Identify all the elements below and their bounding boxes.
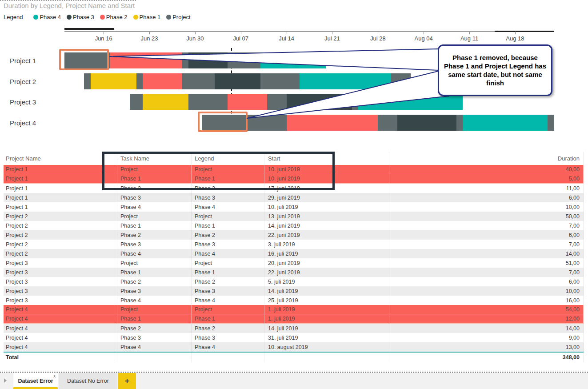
gantt-bar-phase-3[interactable] [188,52,228,68]
gantt-bar-phase-3[interactable] [215,73,260,89]
table-row[interactable]: Project 3Phase 1Phase 122. juni 20197,00 [4,268,584,277]
axis-tick-label: Jun 16 [95,35,112,42]
table-cell: Project 1 [4,165,117,174]
axis-tick-label: Jun 30 [186,35,204,42]
annotation-highlight-box-project4 [198,112,248,132]
table-cell: Phase 1 [191,314,264,323]
table-row-highlighted[interactable]: Project 4Phase 1Phase 11. juli 201912,00 [4,314,584,324]
add-page-button[interactable]: + [118,373,136,389]
table-cell: Project [117,212,191,221]
table-row[interactable]: Project 3Phase 4Phase 425. juli 201916,0… [4,296,584,305]
table-cell: Project 1 [4,202,117,212]
table-row[interactable]: Project 4Phase 2Phase 214. juli 201914,0… [4,324,584,333]
table-row[interactable]: Project 1Phase 3Phase 329. juni 20196,00 [4,193,584,202]
table-row[interactable]: Project 2Phase 4Phase 416. juli 201914,0… [4,249,584,258]
axis-tick-label: Jun 23 [140,35,158,42]
table-cell: Project 3 [4,286,117,296]
gantt-bar-phase-4[interactable] [463,115,548,131]
table-cell: 10. august 2019 [264,342,389,352]
gantt-bar-phase-4[interactable] [260,52,326,68]
table-column-header[interactable]: Duration [389,152,584,165]
close-icon[interactable]: x [53,374,56,378]
gantt-bar-phase-4[interactable] [300,73,391,89]
table-cell: 14. juli 2019 [264,286,389,296]
table-cell: Phase 3 [191,286,264,296]
table-row[interactable]: Project 4Phase 4Phase 410. august 201913… [4,342,584,352]
tab-dataset-no-error[interactable]: Dataset No Error [59,373,117,389]
table-total-cell [264,353,389,362]
table-row[interactable]: Project 2Phase 3Phase 33. juli 20197,00 [4,240,584,249]
gantt-scrollbar-thumb-right[interactable] [495,31,554,32]
table-cell: 14,00 [389,249,584,258]
table-cell: 6,00 [389,277,584,286]
axis-tick-label: Jul 21 [324,35,340,42]
annotation-highlight-box-project1 [59,49,109,70]
axis-tick-mark [515,32,516,34]
gantt-row-label: Project 3 [10,98,36,106]
gantt-bar-phase-1[interactable] [91,73,136,89]
table-cell: Phase 4 [117,202,191,212]
gantt-bar-phase-3[interactable] [397,115,456,131]
gantt-bar-phase-1[interactable] [143,94,188,110]
table-row[interactable]: Project 3ProjectProject20. juni 201951,0… [4,258,584,268]
page-nav-arrow-icon[interactable] [4,378,7,383]
table-row[interactable]: Project 2ProjectProject13. juni 201950,0… [4,212,584,221]
annotation-callout: Phase 1 removed, because Phase 1 and Pro… [438,44,552,96]
axis-tick-mark [378,32,378,34]
gantt-row-label: Project 4 [10,119,36,127]
table-cell: Phase 2 [191,324,264,333]
gantt-bar-phase-3[interactable] [287,94,352,110]
table-cell: 20. juni 2019 [264,258,389,268]
table-cell: 13. juni 2019 [264,212,389,221]
gantt-scrollbar-thumb-left[interactable] [64,28,114,30]
table-cell: Phase 4 [191,249,264,258]
table-cell: Phase 3 [117,193,191,202]
page-tab-bar: Dataset Error x Dataset No Error + [0,373,588,389]
table-cell: Project 3 [4,258,117,268]
table-row-highlighted[interactable]: Project 4ProjectProject1. juli 201954,00 [4,305,584,314]
table-total-cell [117,353,191,362]
table-cell: Phase 3 [117,286,191,296]
gantt-bar-phase-4[interactable] [358,94,463,110]
table-cell: Project 2 [4,240,117,249]
axis-tick-label: Jul 14 [279,35,294,42]
table-row[interactable]: Project 3Phase 2Phase 25. juli 20196,00 [4,277,584,286]
table-cell: Project 3 [4,268,117,277]
table-cell: Project 1 [4,193,117,202]
table-row[interactable]: Project 2Phase 2Phase 222. juni 20196,00 [4,230,584,240]
table-cell: Project 2 [4,249,117,258]
table-cell: 14. juni 2019 [264,221,389,230]
table-cell: 11,00 [389,184,584,193]
table-column-header[interactable]: Project Name [4,152,117,165]
table-row[interactable]: Project 1Phase 4Phase 410. juli 201910,0… [4,202,584,212]
tab-dataset-error[interactable]: Dataset Error x [13,373,58,389]
gantt-bar-phase-2[interactable] [287,115,378,131]
table-cell: Phase 1 [117,268,191,277]
table-cell: 16. juli 2019 [264,249,389,258]
table-cell: Phase 2 [117,230,191,240]
gantt-bar-phase-2[interactable] [110,52,182,68]
table-cell: 7,00 [389,240,584,249]
table-cell: Project [191,258,264,268]
table-cell: 22. juni 2019 [264,268,389,277]
table-row[interactable]: Project 3Phase 3Phase 314. juli 201910,0… [4,286,584,296]
table-cell: 16,00 [389,296,584,305]
axis-tick-mark [424,32,424,34]
table-cell: Phase 3 [191,333,264,342]
gantt-bar-phase-2[interactable] [228,94,267,110]
table-cell: Project 2 [4,221,117,230]
table-cell: Phase 3 [117,240,191,249]
table-cell: 29. juni 2019 [264,193,389,202]
table-cell: Project 1 [4,174,117,183]
axis-tick-label: Jul 28 [370,35,386,42]
table-cell: Phase 3 [191,240,264,249]
table-cell: Project 4 [4,342,117,352]
table-row[interactable]: Project 2Phase 1Phase 114. juni 20197,00 [4,221,584,230]
gantt-bar-phase-2[interactable] [143,73,182,89]
table-cell: Phase 3 [117,333,191,342]
table-row[interactable]: Project 4Phase 3Phase 331. juli 20199,00 [4,333,584,342]
table-cell: 3. juli 2019 [264,240,389,249]
table-cell: 10. juli 2019 [264,202,389,212]
axis-tick-mark [149,32,150,34]
table-cell: Project 3 [4,277,117,286]
